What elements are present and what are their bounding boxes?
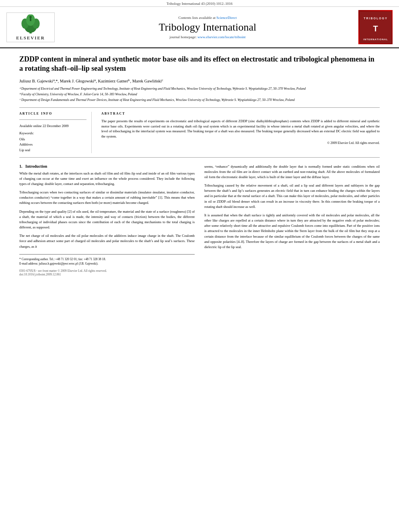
intro-paragraph-4: The net charge of oil molecules and the … [19, 233, 195, 249]
svg-text:INTERNATIONAL: INTERNATIONAL [363, 38, 388, 41]
divider-2 [19, 157, 380, 158]
body-right-column: seems, “enhance” dynamically and additio… [204, 164, 380, 277]
keyword-oils: Oils [19, 137, 86, 142]
journal-header: ELSEVIER Contents lists available at Sci… [0, 7, 399, 48]
article-info-panel: ARTICLE INFO Available online 22 Decembe… [19, 112, 92, 153]
keyword-lipseal: Lip seal [19, 148, 86, 153]
affiliation-b: ᵇ Faculty of Chemistry, University of Wr… [19, 92, 380, 97]
body-left-column: 1. Introduction While the metal shaft ro… [19, 164, 195, 277]
tribology-badge-icon: TRIBOLOGY T INTERNATIONAL [360, 11, 392, 43]
intro-paragraph-2: Tribocharging occurs when two contacting… [19, 190, 195, 206]
page-wrapper: Tribology International 43 (2010) 1012–1… [0, 0, 399, 532]
keywords-list: Oils Additives Lip seal [19, 137, 86, 153]
keywords-label: Keywords: [19, 131, 86, 135]
footnote-email: E-mail address: juliusz.b.gajewski@pwr.w… [19, 261, 195, 266]
issn-text: 0301-679X/$ - see front matter © 2009 El… [19, 269, 195, 273]
abstract-section: ABSTRACT The paper presents the results … [101, 112, 380, 153]
intro-paragraph-1: While the metal shaft rotates, at the in… [19, 171, 195, 187]
bottom-info: 0301-679X/$ - see front matter © 2009 El… [19, 269, 195, 276]
svg-rect-6 [30, 18, 31, 21]
article-info-header: ARTICLE INFO [19, 112, 86, 115]
elsevier-tree-icon [19, 14, 43, 35]
footnote-area: * Corresponding author. Tel.: +48 71 320… [19, 254, 195, 266]
right-paragraph-2: Tribocharging caused by the relative mov… [204, 183, 380, 210]
elsevier-brand-text: ELSEVIER [16, 35, 45, 40]
authors: Juliusz B. Gajewskiᵃ,*, Marek J. Głogows… [19, 78, 380, 83]
elsevier-logo: ELSEVIER [6, 12, 55, 42]
footnote-corresponding: * Corresponding author. Tel.: +48 71 320… [19, 257, 195, 261]
affiliations: ᵃ Department of Electrical and Thermal P… [19, 86, 380, 103]
journal-title: Tribology International [63, 21, 352, 33]
affiliation-c: ᶜ Department of Design Fundamentals and … [19, 98, 380, 103]
svg-text:T: T [373, 24, 378, 33]
divider-1 [19, 107, 380, 108]
sciencedirect-link[interactable]: ScienceDirect [216, 16, 237, 20]
journal-header-right: TRIBOLOGY T INTERNATIONAL [352, 10, 393, 44]
copyright-text: © 2009 Elsevier Ltd. All rights reserved… [101, 141, 380, 146]
affiliation-a: ᵃ Department of Electrical and Thermal P… [19, 86, 380, 91]
right-paragraph-3: It is assumed that when the shaft surfac… [204, 213, 380, 250]
keyword-additives: Additives [19, 142, 86, 148]
body-columns: 1. Introduction While the metal shaft ro… [19, 164, 380, 277]
tribology-badge: TRIBOLOGY T INTERNATIONAL [358, 10, 393, 44]
svg-text:TRIBOLOGY: TRIBOLOGY [364, 17, 388, 20]
available-online: Available online 22 December 2009 [19, 124, 86, 128]
top-bar: Tribology International 43 (2010) 1012–1… [0, 0, 399, 7]
intro-paragraph-3: Depending on the type and quality [2] of… [19, 209, 195, 230]
divider-info [19, 119, 86, 120]
journal-header-center: Contents lists available at ScienceDirec… [63, 16, 352, 39]
article-title: ZDDP content in mineral and synthetic mo… [19, 55, 380, 74]
citation-text: Tribology International 43 (2010) 1012–1… [167, 2, 232, 6]
article-content: ZDDP content in mineral and synthetic mo… [0, 48, 399, 283]
svg-point-5 [29, 16, 31, 18]
article-info-abstract: ARTICLE INFO Available online 22 Decembe… [19, 112, 380, 153]
abstract-text: The paper presents the results of experi… [101, 119, 380, 139]
doi-text: doi:10.1016/j.triboint.2009.12.061 [19, 273, 195, 276]
homepage-url[interactable]: www.elsevier.com/locate/triboint [197, 35, 245, 39]
journal-homepage: journal homepage: www.elsevier.com/locat… [63, 35, 352, 39]
abstract-header: ABSTRACT [101, 112, 380, 115]
right-paragraph-1: seems, “enhance” dynamically and additio… [204, 164, 380, 180]
intro-section-title: 1. Introduction [19, 164, 195, 168]
contents-line: Contents lists available at ScienceDirec… [63, 16, 352, 20]
journal-header-left: ELSEVIER [6, 12, 63, 42]
